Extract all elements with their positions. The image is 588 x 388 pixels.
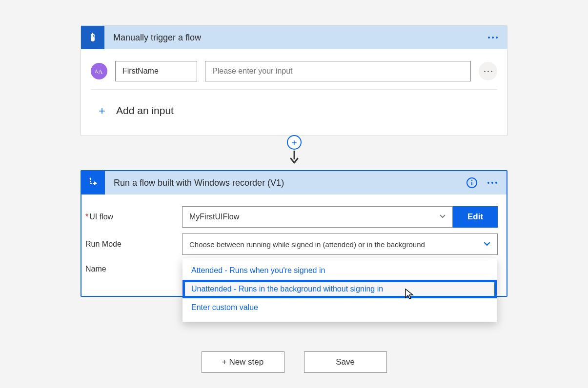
svg-point-6: [471, 180, 473, 181]
trigger-body: AA FirstName Please enter your input ＋ A…: [81, 49, 507, 136]
trigger-header[interactable]: Manually trigger a flow: [81, 26, 507, 49]
action-title: Run a flow built with Windows recorder (…: [105, 178, 464, 188]
runmode-label: Run Mode: [84, 240, 182, 249]
text-param-icon: AA: [91, 63, 107, 79]
chevron-down-icon: [439, 212, 446, 222]
ui-flow-icon: [81, 171, 105, 194]
arrow-down-icon: [289, 151, 299, 166]
dropdown-option-unattended[interactable]: Unattended - Runs in the background with…: [182, 280, 497, 298]
dropdown-option-custom[interactable]: Enter custom value: [182, 298, 497, 317]
add-step-inline-button[interactable]: ＋: [287, 135, 302, 150]
edit-button[interactable]: Edit: [453, 206, 498, 228]
save-button[interactable]: Save: [304, 351, 387, 373]
runmode-placeholder: Choose between running while signed in (…: [189, 240, 425, 249]
uiflow-select[interactable]: MyFirstUIFlow: [182, 206, 453, 228]
trigger-more-button[interactable]: [485, 29, 501, 46]
trigger-title: Manually trigger a flow: [104, 33, 485, 43]
trigger-param-row: AA FirstName Please enter your input: [90, 58, 498, 89]
action-header[interactable]: Run a flow built with Windows recorder (…: [81, 171, 507, 194]
param-more-button[interactable]: [479, 62, 497, 80]
svg-text:A: A: [98, 68, 102, 75]
add-input-label: Add an input: [116, 105, 174, 116]
trigger-card: Manually trigger a flow AA FirstName Ple…: [81, 25, 507, 136]
footer-buttons: + New step Save: [81, 351, 507, 373]
dropdown-option-attended[interactable]: Attended - Runs when you're signed in: [182, 261, 497, 280]
svg-point-3: [90, 178, 91, 179]
runmode-dropdown: Attended - Runs when you're signed in Un…: [182, 258, 497, 322]
uiflow-label: *UI flow: [84, 213, 182, 221]
action-more-button[interactable]: [484, 175, 501, 191]
add-input-button[interactable]: ＋ Add an input: [90, 90, 498, 136]
name-label: Name: [84, 265, 182, 273]
uiflow-value: MyFirstUIFlow: [189, 213, 239, 221]
chevron-down-icon: [483, 239, 491, 250]
new-step-button[interactable]: + New step: [202, 351, 284, 373]
connector: ＋: [287, 136, 302, 170]
manual-trigger-icon: [81, 26, 104, 49]
runmode-select[interactable]: Choose between running while signed in (…: [182, 233, 498, 255]
action-info-button[interactable]: [464, 175, 480, 191]
runmode-row: Run Mode Choose between running while si…: [84, 231, 498, 258]
plus-icon: ＋: [97, 103, 107, 118]
uiflow-row: *UI flow MyFirstUIFlow Edit: [84, 203, 498, 231]
param-placeholder-input[interactable]: Please enter your input: [205, 61, 471, 81]
param-name-input[interactable]: FirstName: [115, 61, 197, 81]
